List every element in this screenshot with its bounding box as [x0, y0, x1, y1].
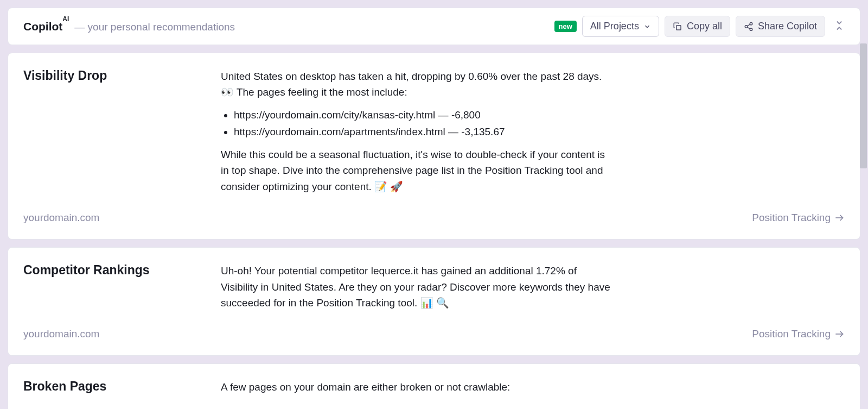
card-list: https://yourdomain.com/city/kansas-city.… — [221, 107, 611, 140]
recommendation-card-visibility-drop: Visibility Drop United States on desktop… — [8, 53, 860, 240]
collapse-icon[interactable] — [834, 20, 845, 33]
card-domain: yourdomain.com — [23, 328, 99, 340]
share-copilot-label: Share Copilot — [758, 21, 817, 32]
scrollbar-thumb[interactable] — [860, 43, 867, 168]
arrow-right-icon — [834, 329, 845, 339]
svg-line-5 — [747, 27, 750, 29]
header-actions: new All Projects Copy all Share Copilot — [554, 16, 845, 37]
recommendation-card-broken-pages: Broken Pages A few pages on your domain … — [8, 363, 860, 409]
tool-link-position-tracking[interactable]: Position Tracking — [752, 328, 845, 340]
share-icon — [744, 22, 754, 32]
list-item: https://yourdomain.com/city/kansas-city.… — [234, 107, 611, 123]
svg-point-3 — [750, 28, 752, 31]
copy-all-label: Copy all — [687, 21, 722, 32]
title-group: CopilotAI — your personal recommendation… — [23, 20, 235, 33]
svg-line-4 — [747, 24, 750, 26]
tool-link-label: Position Tracking — [752, 328, 831, 340]
card-intro: A few pages on your domain are either br… — [221, 379, 510, 395]
svg-point-2 — [745, 25, 748, 28]
card-content: A few pages on your domain are either br… — [221, 379, 510, 401]
chevron-down-icon — [643, 23, 651, 30]
copy-all-button[interactable]: Copy all — [665, 16, 730, 37]
card-title: Competitor Rankings — [23, 263, 208, 278]
project-selector-label: All Projects — [590, 21, 639, 32]
list-item: https://yourdomain.com/apartments/index.… — [234, 124, 611, 140]
card-footer: yourdomain.com Position Tracking — [23, 328, 845, 340]
card-content: United States on desktop has taken a hit… — [221, 68, 611, 201]
card-intro: Uh-oh! Your potential competitor lequerc… — [221, 263, 611, 311]
card-footer: yourdomain.com Position Tracking — [23, 212, 845, 224]
app-title: CopilotAI — [23, 20, 69, 33]
arrow-right-icon — [834, 212, 845, 223]
card-intro: United States on desktop has taken a hit… — [221, 68, 611, 100]
card-title: Broken Pages — [23, 379, 208, 394]
card-title: Visibility Drop — [23, 68, 208, 83]
card-content: Uh-oh! Your potential competitor lequerc… — [221, 263, 611, 317]
svg-point-1 — [750, 22, 752, 25]
copilot-header: CopilotAI — your personal recommendation… — [8, 8, 860, 45]
new-badge: new — [554, 21, 577, 32]
card-outro: While this could be a seasonal fluctuati… — [221, 147, 611, 194]
tool-link-position-tracking[interactable]: Position Tracking — [752, 212, 845, 224]
card-domain: yourdomain.com — [23, 212, 99, 224]
share-copilot-button[interactable]: Share Copilot — [736, 16, 825, 37]
svg-rect-0 — [676, 25, 681, 29]
project-selector[interactable]: All Projects — [582, 16, 659, 37]
tool-link-label: Position Tracking — [752, 212, 831, 224]
copy-icon — [673, 22, 682, 32]
recommendation-card-competitor-rankings: Competitor Rankings Uh-oh! Your potentia… — [8, 247, 860, 356]
app-subtitle: — your personal recommendations — [74, 21, 235, 33]
